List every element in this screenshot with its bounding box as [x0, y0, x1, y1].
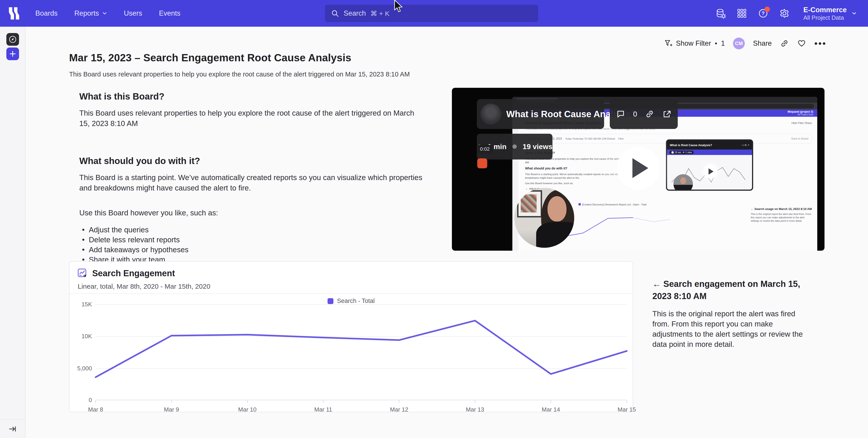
comment-icon[interactable] [616, 109, 625, 119]
alert-origin-body: This is the original report the alert wa… [652, 309, 811, 349]
x-tick-label: Mar 15 [618, 406, 636, 413]
presenter-avatar [480, 104, 501, 125]
favorite-button[interactable] [797, 39, 806, 48]
report-subtitle: Linear, total, Mar 8th, 2020 - Mar 15th,… [78, 282, 210, 290]
pip-icons: ▭ ⧉ ↗ [742, 144, 749, 146]
mini-project-scope: All Project Data [787, 113, 813, 116]
nav-item-boards[interactable]: Boards [35, 9, 58, 18]
mini-aside-body: This is the original report the alert wa… [751, 212, 812, 223]
legend-swatch [328, 298, 334, 304]
intro-paragraph-3: Use this Board however you like, such as… [79, 208, 424, 218]
nav-item-label: Events [159, 9, 181, 18]
legend-label: Search - Total [337, 298, 375, 305]
notification-badge [765, 6, 770, 12]
nav-item-reports[interactable]: Reports [74, 9, 107, 18]
mini-save: Save to Board [791, 137, 808, 140]
comment-count: 0 [633, 110, 637, 118]
pip-title: What is Root Cause Analysis? [670, 143, 712, 147]
report-title: Search Engagement [92, 269, 175, 278]
video-player-card[interactable]: Mar 15, 2023 - Search Enga... Mixpanel (… [452, 88, 825, 251]
nav-item-users[interactable]: Users [124, 9, 142, 18]
divider [69, 294, 633, 294]
nav-item-label: Boards [35, 9, 58, 18]
project-switcher[interactable]: E-Commerce All Project Data [803, 6, 857, 21]
help-icon[interactable]: ? [757, 7, 769, 19]
search-shortcut: ⌘ + K [370, 9, 390, 18]
mixpanel-board-page: Boards Reports Users Events Search ⌘ + K… [0, 0, 868, 438]
settings-gear-icon[interactable] [778, 7, 790, 19]
x-axis-tick [247, 400, 248, 403]
reaction-marker [477, 158, 487, 168]
user-avatar[interactable]: CM [733, 38, 745, 49]
link-icon[interactable] [645, 109, 654, 119]
board-controls: Show Filter 1 CM Share ••• [664, 36, 827, 51]
mixpanel-logo-icon[interactable] [8, 6, 21, 20]
chevron-down-icon [102, 11, 107, 16]
alert-origin-title: ← Search engagement on March 15, 2023 8:… [652, 278, 811, 302]
search-placeholder: Search [344, 9, 366, 18]
filter-count: 1 [721, 39, 725, 47]
x-tick-label: Mar 10 [238, 406, 257, 413]
show-filter-label: Show Filter [676, 39, 711, 47]
apps-grid-icon[interactable] [736, 7, 748, 19]
list-item: Add takeaways or hypotheses [79, 245, 424, 255]
x-tick-label: Mar 14 [542, 406, 560, 413]
video-actions-pill: 0 [610, 99, 678, 129]
share-button[interactable]: Share [753, 39, 772, 47]
dot-separator [715, 42, 717, 44]
views-eye-icon [512, 142, 517, 151]
x-tick-label: Mar 11 [314, 406, 332, 413]
mini-range-chips: Today Yesterday 7D 30D 3M 6M 12M Default [565, 137, 615, 140]
expand-sidebar-button[interactable] [0, 419, 25, 438]
mini-page-tools: Hide Filter Share [792, 122, 812, 125]
nav-item-events[interactable]: Events [159, 9, 181, 18]
share-label: Share [753, 39, 772, 47]
ellipsis-icon: ••• [814, 41, 827, 46]
video-views: 19 views [523, 142, 553, 151]
intro-bullet-list: Adjust the queries Delete less relevant … [79, 225, 424, 265]
link-icon [780, 39, 789, 48]
y-tick-label: 5,000 [71, 365, 92, 372]
video-timestamp-chip: 0:02 [477, 145, 492, 154]
chevron-down-icon [852, 11, 857, 16]
x-tick-label: Mar 9 [164, 406, 179, 413]
line-chart-plot: 15K 10K 5,000 0 Mar 8 Mar 9 Mar 10 Mar 1… [96, 304, 627, 400]
board-subtitle: This Board uses relevant properties to h… [69, 71, 410, 78]
intro-text-block: What is this Board? This Board uses rele… [79, 91, 424, 265]
picture-in-picture-video: What is Root Cause Analysis? ▭ ⧉ ↗ 🕐 18 … [666, 139, 753, 191]
x-axis-tick [323, 400, 323, 403]
pip-play-button[interactable] [703, 165, 717, 178]
filter-funnel-icon [664, 39, 673, 48]
y-tick-label: 15K [71, 301, 92, 308]
discover-compass-button[interactable] [6, 33, 19, 46]
svg-text:?: ? [762, 10, 765, 16]
intro-heading-1: What is this Board? [79, 91, 424, 102]
x-axis-tick [95, 400, 96, 403]
mini-filter: Filter [618, 137, 624, 140]
plus-icon [9, 50, 17, 58]
x-axis-tick [171, 400, 172, 403]
play-button[interactable] [617, 146, 660, 190]
x-axis-tick [399, 400, 399, 403]
data-management-icon[interactable] [715, 7, 726, 19]
search-icon [331, 9, 339, 18]
y-tick-label: 0 [71, 397, 92, 404]
copy-link-button[interactable] [780, 39, 789, 48]
heart-icon [797, 39, 806, 48]
alert-origin-note: ← Search engagement on March 15, 2023 8:… [652, 278, 811, 349]
pip-meta: 🕐 18 sec 👁 1 view [669, 151, 693, 154]
x-tick-label: Mar 12 [390, 406, 408, 413]
nav-right-cluster: ? E-Commerce All Project Data [715, 0, 868, 27]
open-external-icon[interactable] [662, 109, 672, 119]
x-tick-label: Mar 8 [88, 406, 103, 413]
expand-right-icon [8, 425, 17, 434]
intro-paragraph-2: This Board is a starting point. We’ve au… [79, 172, 424, 193]
more-options-button[interactable]: ••• [814, 41, 827, 46]
report-card-search-engagement[interactable]: Search Engagement Linear, total, Mar 8th… [69, 261, 633, 412]
mini-project-name: Mixpanel (project 3) [787, 110, 813, 113]
top-nav: Boards Reports Users Events Search ⌘ + K… [0, 0, 868, 27]
add-board-button[interactable] [6, 47, 19, 60]
search-input[interactable]: Search ⌘ + K [325, 5, 538, 22]
play-icon [709, 168, 714, 175]
show-filter-button[interactable]: Show Filter 1 [664, 39, 725, 48]
